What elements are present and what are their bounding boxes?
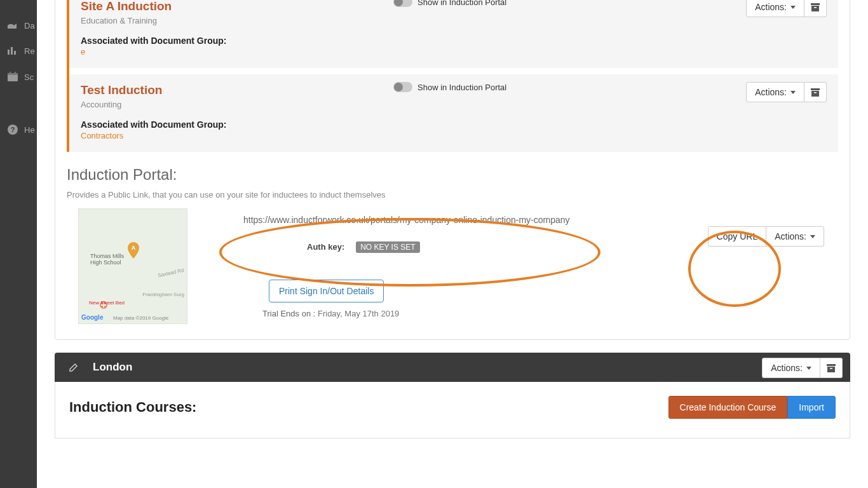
portal-section-title: Induction Portal: [67, 166, 838, 184]
print-signin-button[interactable]: Print Sign In/Out Details [269, 280, 384, 302]
chevron-down-icon [810, 235, 815, 238]
portal-url: https://www.inductforwork.co.uk/portals/… [243, 215, 838, 225]
svg-rect-5 [10, 72, 11, 74]
assoc-value[interactable]: Contractors [81, 131, 827, 140]
copy-url-button[interactable]: Copy URL [708, 226, 767, 247]
google-logo: Google [81, 314, 103, 321]
sidebar-item-label: Re [24, 46, 35, 56]
archive-icon [827, 364, 836, 372]
svg-rect-1 [11, 47, 13, 55]
chevron-down-icon [790, 91, 796, 94]
svg-rect-11 [814, 7, 817, 8]
actions-dropdown[interactable]: Actions: [746, 82, 804, 102]
archive-icon [811, 88, 820, 97]
calendar-icon [6, 71, 19, 83]
induction-card: Test Induction Accounting Associated wit… [69, 74, 838, 152]
svg-rect-6 [15, 72, 16, 74]
portal-row: Thomas Mills High School A Saxtead Rd Fr… [67, 208, 838, 324]
courses-title: Induction Courses: [69, 399, 668, 416]
actions-dropdown[interactable]: Actions: [762, 358, 820, 378]
map-label: Thomas Mills High School [90, 254, 124, 266]
svg-rect-12 [811, 88, 820, 90]
location-header: London Actions: [55, 353, 850, 382]
inductions-list: Site A Induction Education & Training As… [67, 0, 838, 152]
trial-date: Friday, May 17th 2019 [318, 309, 399, 318]
induction-category: Education & Training [81, 16, 827, 25]
assoc-label: Associated with Document Group: [81, 119, 827, 130]
help-icon: ? [6, 123, 19, 136]
svg-rect-13 [811, 91, 819, 97]
actions-dropdown[interactable]: Actions: [766, 226, 824, 247]
sidebar-item-label: Da [24, 21, 35, 30]
assoc-label: Associated with Document Group: [81, 36, 827, 46]
show-portal-toggle[interactable] [393, 82, 412, 92]
sidebar-item-schedule[interactable]: Sc [0, 64, 37, 90]
toggle-label: Show in Induction Portal [417, 83, 506, 92]
create-course-button[interactable]: Create Induction Course [668, 396, 788, 419]
svg-rect-9 [811, 3, 820, 5]
svg-rect-4 [8, 73, 18, 75]
map-label: Framlingham Surg [142, 292, 184, 297]
svg-text:?: ? [11, 126, 15, 133]
svg-rect-0 [8, 50, 10, 55]
svg-rect-10 [811, 6, 819, 11]
import-button[interactable]: Import [787, 396, 836, 419]
map-thumbnail[interactable]: Thomas Mills High School A Saxtead Rd Fr… [78, 208, 187, 324]
archive-button[interactable] [820, 358, 843, 378]
assoc-value[interactable]: e [81, 47, 827, 57]
auth-key-label: Auth key: [307, 242, 344, 252]
svg-rect-19 [827, 364, 836, 366]
portal-subtitle: Provides a Public Link, that you can use… [67, 190, 838, 200]
svg-rect-21 [830, 368, 832, 369]
show-portal-toggle[interactable] [393, 0, 412, 7]
svg-rect-20 [827, 367, 835, 372]
sidebar: Da Re Sc ? He [0, 0, 37, 488]
chevron-down-icon [790, 6, 796, 9]
svg-rect-14 [814, 92, 817, 93]
map-pin-icon: A [127, 242, 140, 260]
edit-icon[interactable] [69, 362, 79, 372]
archive-button[interactable] [804, 0, 827, 17]
map-label: Saxtead Rd [158, 268, 185, 278]
trial-label: Trial Ends on : [262, 309, 315, 318]
induction-category: Accounting [81, 100, 827, 109]
toggle-label: Show in Induction Portal [417, 0, 506, 7]
archive-button[interactable] [804, 82, 827, 102]
hand-icon [6, 20, 19, 30]
map-attribution: Map data ©2019 Google [113, 315, 168, 321]
induction-card: Site A Induction Education & Training As… [69, 0, 838, 68]
svg-rect-2 [14, 51, 16, 55]
chevron-down-icon [806, 367, 811, 370]
map-label: New Street Bed [89, 300, 125, 306]
svg-text:A: A [132, 245, 136, 251]
sidebar-item-label: He [24, 125, 35, 135]
bar-chart-icon [6, 46, 19, 56]
sidebar-item-dashboard[interactable]: Da [0, 13, 37, 38]
actions-dropdown[interactable]: Actions: [746, 0, 804, 17]
location-name: London [93, 361, 132, 374]
sidebar-item-reports[interactable]: Re [0, 38, 37, 64]
archive-icon [811, 3, 820, 11]
sidebar-item-help[interactable]: ? He [0, 116, 37, 144]
sidebar-item-label: Sc [24, 72, 34, 82]
